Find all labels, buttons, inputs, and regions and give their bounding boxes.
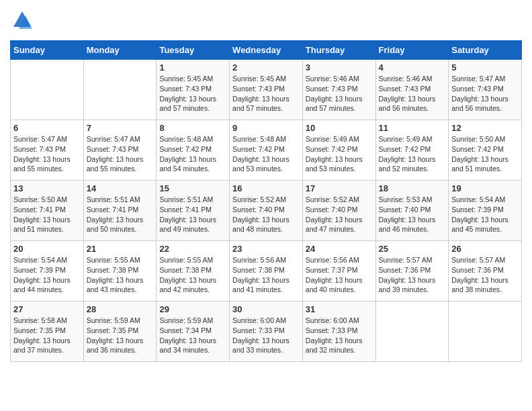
day-number: 18 [379, 183, 446, 193]
day-info: Sunrise: 5:50 AM Sunset: 7:42 PM Dayligh… [451, 134, 519, 174]
day-info: Sunrise: 5:56 AM Sunset: 7:38 PM Dayligh… [232, 255, 300, 295]
day-info: Sunrise: 5:58 AM Sunset: 7:35 PM Dayligh… [13, 316, 81, 355]
calendar-cell: 24Sunrise: 5:56 AM Sunset: 7:37 PM Dayli… [302, 241, 375, 302]
calendar-cell: 28Sunrise: 5:59 AM Sunset: 7:35 PM Dayli… [83, 302, 157, 362]
day-number: 22 [159, 244, 226, 254]
calendar-cell: 6Sunrise: 5:47 AM Sunset: 7:43 PM Daylig… [11, 120, 84, 181]
weekday-header: Tuesday [157, 41, 230, 60]
day-number: 16 [232, 183, 300, 193]
calendar-cell: 9Sunrise: 5:48 AM Sunset: 7:42 PM Daylig… [230, 120, 303, 181]
day-number: 25 [379, 244, 446, 254]
day-number: 21 [87, 244, 154, 254]
weekday-header: Thursday [302, 41, 375, 60]
day-info: Sunrise: 5:59 AM Sunset: 7:35 PM Dayligh… [87, 316, 154, 355]
day-number: 31 [306, 304, 373, 314]
weekday-header: Saturday [449, 41, 522, 60]
day-number: 27 [13, 304, 81, 314]
day-info: Sunrise: 5:52 AM Sunset: 7:40 PM Dayligh… [306, 195, 373, 234]
day-number: 12 [451, 123, 519, 133]
calendar-cell: 1Sunrise: 5:45 AM Sunset: 7:43 PM Daylig… [157, 60, 230, 120]
calendar-cell: 26Sunrise: 5:57 AM Sunset: 7:36 PM Dayli… [449, 241, 522, 302]
day-info: Sunrise: 5:49 AM Sunset: 7:42 PM Dayligh… [306, 134, 373, 174]
day-info: Sunrise: 5:45 AM Sunset: 7:43 PM Dayligh… [232, 74, 300, 113]
calendar-cell: 19Sunrise: 5:54 AM Sunset: 7:39 PM Dayli… [449, 181, 522, 241]
day-number: 24 [306, 244, 373, 254]
logo-icon [12, 10, 32, 30]
calendar-cell: 11Sunrise: 5:49 AM Sunset: 7:42 PM Dayli… [375, 120, 449, 181]
calendar-cell: 4Sunrise: 5:46 AM Sunset: 7:43 PM Daylig… [375, 60, 449, 120]
calendar-week-row: 13Sunrise: 5:50 AM Sunset: 7:41 PM Dayli… [11, 181, 522, 241]
day-info: Sunrise: 5:46 AM Sunset: 7:43 PM Dayligh… [306, 74, 373, 113]
day-number: 3 [306, 62, 373, 73]
day-info: Sunrise: 5:47 AM Sunset: 7:43 PM Dayligh… [13, 134, 81, 174]
calendar-week-row: 27Sunrise: 5:58 AM Sunset: 7:35 PM Dayli… [11, 302, 522, 362]
day-number: 29 [159, 304, 226, 314]
day-info: Sunrise: 5:45 AM Sunset: 7:43 PM Dayligh… [159, 74, 226, 113]
weekday-header: Friday [375, 41, 449, 60]
day-number: 17 [306, 183, 373, 193]
day-number: 9 [232, 123, 300, 133]
day-number: 11 [379, 123, 446, 133]
calendar-cell: 3Sunrise: 5:46 AM Sunset: 7:43 PM Daylig… [302, 60, 375, 120]
day-number: 28 [87, 304, 154, 314]
calendar-cell: 27Sunrise: 5:58 AM Sunset: 7:35 PM Dayli… [11, 302, 84, 362]
calendar-cell: 15Sunrise: 5:51 AM Sunset: 7:41 PM Dayli… [157, 181, 230, 241]
weekday-header: Sunday [11, 41, 84, 60]
day-number: 7 [87, 123, 154, 133]
day-info: Sunrise: 5:51 AM Sunset: 7:41 PM Dayligh… [159, 195, 226, 234]
day-info: Sunrise: 5:57 AM Sunset: 7:36 PM Dayligh… [379, 255, 446, 295]
calendar-cell [83, 60, 157, 120]
calendar-cell [375, 302, 449, 362]
day-info: Sunrise: 5:53 AM Sunset: 7:40 PM Dayligh… [379, 195, 446, 234]
day-number: 30 [232, 304, 300, 314]
day-number: 6 [13, 123, 81, 133]
calendar-table: SundayMondayTuesdayWednesdayThursdayFrid… [10, 40, 522, 362]
day-info: Sunrise: 5:47 AM Sunset: 7:43 PM Dayligh… [87, 134, 154, 174]
day-info: Sunrise: 5:59 AM Sunset: 7:34 PM Dayligh… [159, 316, 226, 355]
calendar-cell: 31Sunrise: 6:00 AM Sunset: 7:33 PM Dayli… [302, 302, 375, 362]
day-info: Sunrise: 5:47 AM Sunset: 7:43 PM Dayligh… [451, 74, 519, 113]
calendar-cell: 21Sunrise: 5:55 AM Sunset: 7:38 PM Dayli… [83, 241, 157, 302]
day-number: 20 [13, 244, 81, 254]
calendar-week-row: 6Sunrise: 5:47 AM Sunset: 7:43 PM Daylig… [11, 120, 522, 181]
day-info: Sunrise: 5:46 AM Sunset: 7:43 PM Dayligh… [379, 74, 446, 113]
day-number: 26 [451, 244, 519, 254]
calendar-week-row: 1Sunrise: 5:45 AM Sunset: 7:43 PM Daylig… [11, 60, 522, 120]
logo [10, 10, 32, 34]
day-info: Sunrise: 5:49 AM Sunset: 7:42 PM Dayligh… [379, 134, 446, 174]
day-info: Sunrise: 5:50 AM Sunset: 7:41 PM Dayligh… [13, 195, 81, 234]
calendar-cell: 30Sunrise: 6:00 AM Sunset: 7:33 PM Dayli… [230, 302, 303, 362]
calendar-header: SundayMondayTuesdayWednesdayThursdayFrid… [11, 41, 522, 60]
calendar-cell: 20Sunrise: 5:54 AM Sunset: 7:39 PM Dayli… [11, 241, 84, 302]
day-number: 10 [306, 123, 373, 133]
calendar-cell: 14Sunrise: 5:51 AM Sunset: 7:41 PM Dayli… [83, 181, 157, 241]
day-number: 2 [232, 62, 300, 73]
weekday-row: SundayMondayTuesdayWednesdayThursdayFrid… [11, 41, 522, 60]
day-info: Sunrise: 5:48 AM Sunset: 7:42 PM Dayligh… [159, 134, 226, 174]
page-header [10, 10, 522, 34]
weekday-header: Monday [83, 41, 157, 60]
calendar-cell [11, 60, 84, 120]
calendar-cell: 13Sunrise: 5:50 AM Sunset: 7:41 PM Dayli… [11, 181, 84, 241]
calendar-cell: 2Sunrise: 5:45 AM Sunset: 7:43 PM Daylig… [230, 60, 303, 120]
calendar-body: 1Sunrise: 5:45 AM Sunset: 7:43 PM Daylig… [11, 60, 522, 362]
calendar-cell: 25Sunrise: 5:57 AM Sunset: 7:36 PM Dayli… [375, 241, 449, 302]
calendar-week-row: 20Sunrise: 5:54 AM Sunset: 7:39 PM Dayli… [11, 241, 522, 302]
day-info: Sunrise: 5:56 AM Sunset: 7:37 PM Dayligh… [306, 255, 373, 295]
day-number: 15 [159, 183, 226, 193]
day-number: 4 [379, 62, 446, 73]
day-info: Sunrise: 6:00 AM Sunset: 7:33 PM Dayligh… [232, 316, 300, 355]
calendar-cell: 7Sunrise: 5:47 AM Sunset: 7:43 PM Daylig… [83, 120, 157, 181]
calendar-cell: 10Sunrise: 5:49 AM Sunset: 7:42 PM Dayli… [302, 120, 375, 181]
day-number: 13 [13, 183, 81, 193]
calendar-cell: 8Sunrise: 5:48 AM Sunset: 7:42 PM Daylig… [157, 120, 230, 181]
calendar-cell: 5Sunrise: 5:47 AM Sunset: 7:43 PM Daylig… [449, 60, 522, 120]
day-info: Sunrise: 5:55 AM Sunset: 7:38 PM Dayligh… [87, 255, 154, 295]
day-info: Sunrise: 5:52 AM Sunset: 7:40 PM Dayligh… [232, 195, 300, 234]
day-number: 23 [232, 244, 300, 254]
day-number: 1 [159, 62, 226, 73]
calendar-cell: 18Sunrise: 5:53 AM Sunset: 7:40 PM Dayli… [375, 181, 449, 241]
day-info: Sunrise: 6:00 AM Sunset: 7:33 PM Dayligh… [306, 316, 373, 355]
day-info: Sunrise: 5:57 AM Sunset: 7:36 PM Dayligh… [451, 255, 519, 295]
day-number: 14 [87, 183, 154, 193]
